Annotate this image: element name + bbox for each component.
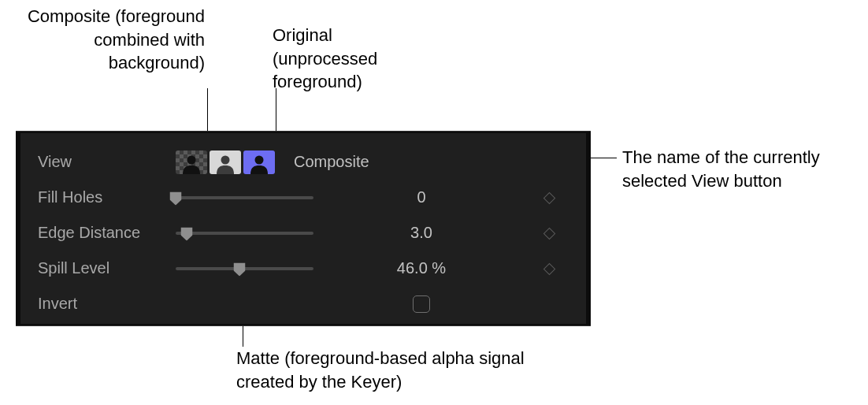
row-invert: Invert xyxy=(38,286,569,321)
callout-matte: Matte (foreground-based alpha signal cre… xyxy=(236,347,567,393)
view-button-matte[interactable] xyxy=(210,150,241,174)
view-label: View xyxy=(38,153,176,171)
spill-level-label: Spill Level xyxy=(38,259,176,277)
svg-point-0 xyxy=(187,155,196,164)
svg-point-2 xyxy=(255,155,264,164)
invert-checkbox[interactable] xyxy=(413,295,430,313)
callout-viewname: The name of the currently selected View … xyxy=(622,146,843,192)
spill-level-value[interactable]: 46.0 % xyxy=(313,259,529,277)
slider-thumb-icon[interactable] xyxy=(181,226,193,240)
fill-holes-label: Fill Holes xyxy=(38,188,176,206)
selected-view-name: Composite xyxy=(294,153,369,171)
row-fill-holes: Fill Holes 0 xyxy=(38,180,569,215)
spill-level-slider[interactable] xyxy=(176,261,313,277)
row-spill-level: Spill Level 46.0 % xyxy=(38,251,569,286)
person-silhouette-icon xyxy=(180,152,202,174)
row-view: View xyxy=(38,144,569,180)
callout-original: Original (unprocessed foreground) xyxy=(273,24,430,94)
keyframe-button[interactable] xyxy=(543,263,555,276)
keyframe-button[interactable] xyxy=(543,192,555,205)
fill-holes-slider[interactable] xyxy=(176,190,313,206)
inspector-panel: View xyxy=(16,131,591,326)
svg-point-1 xyxy=(221,155,230,164)
view-button-composite[interactable] xyxy=(176,150,207,174)
view-button-original[interactable] xyxy=(243,150,275,174)
view-button-group xyxy=(176,150,275,174)
edge-distance-value[interactable]: 3.0 xyxy=(313,224,529,242)
person-silhouette-icon xyxy=(214,152,236,174)
edge-distance-slider[interactable] xyxy=(176,225,313,241)
callout-composite: Composite (foreground combined with back… xyxy=(24,5,205,75)
invert-label: Invert xyxy=(38,295,176,313)
keyframe-button[interactable] xyxy=(543,228,555,240)
slider-thumb-icon[interactable] xyxy=(170,191,182,204)
edge-distance-label: Edge Distance xyxy=(38,224,176,242)
person-silhouette-icon xyxy=(248,152,270,174)
row-edge-distance: Edge Distance 3.0 xyxy=(38,215,569,251)
fill-holes-value[interactable]: 0 xyxy=(313,188,529,206)
slider-thumb-icon[interactable] xyxy=(233,262,245,275)
